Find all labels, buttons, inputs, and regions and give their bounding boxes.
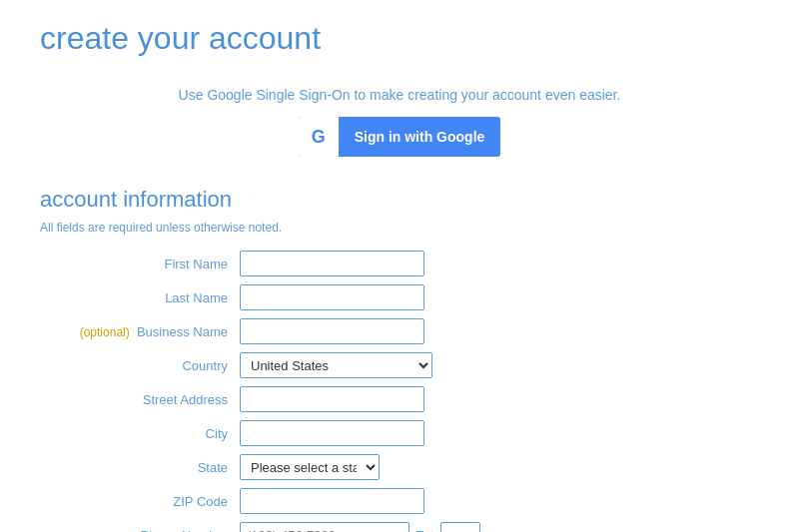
state-select[interactable]: Please select a state Alabama Alaska Cal…	[240, 454, 380, 480]
phone-number-label: Phone Number	[40, 528, 240, 533]
last-name-row: Last Name	[40, 284, 759, 310]
last-name-label: Last Name	[40, 290, 240, 305]
account-info-section: account information All fields are requi…	[40, 187, 759, 532]
required-note: All fields are required unless otherwise…	[40, 221, 759, 235]
google-sso-section: Use Google Single Sign-On to make creati…	[40, 87, 759, 157]
country-label: Country	[40, 358, 240, 373]
zip-code-label: ZIP Code	[40, 494, 240, 509]
last-name-input[interactable]	[240, 284, 424, 310]
street-address-row: Street Address	[40, 386, 759, 412]
zip-code-input[interactable]	[240, 488, 424, 514]
state-label: State	[40, 460, 240, 475]
street-address-input[interactable]	[240, 386, 424, 412]
phone-number-row: Phone Number Ext	[40, 522, 759, 532]
page-title: create your account	[40, 20, 759, 57]
section-title: account information	[40, 187, 759, 213]
country-select[interactable]: United States Canada United Kingdom Aust…	[240, 352, 432, 378]
first-name-input[interactable]	[240, 251, 424, 276]
country-row: Country United States Canada United King…	[40, 352, 759, 378]
optional-tag: (optional)	[80, 325, 130, 339]
first-name-label: First Name	[40, 257, 240, 271]
google-sso-text: Use Google Single Sign-On to make creati…	[40, 87, 759, 103]
phone-number-input[interactable]	[240, 522, 409, 532]
business-name-input[interactable]	[240, 318, 424, 344]
city-label: City	[40, 426, 240, 441]
street-address-label: Street Address	[40, 392, 240, 407]
first-name-row: First Name	[40, 251, 759, 276]
google-sign-in-button[interactable]: G Sign in with Google	[299, 117, 501, 157]
ext-input[interactable]	[440, 522, 480, 532]
business-name-label: (optional) Business Name	[40, 324, 240, 339]
google-button-label: Sign in with Google	[339, 129, 501, 145]
business-name-row: (optional) Business Name	[40, 318, 759, 344]
zip-code-row: ZIP Code	[40, 488, 759, 514]
phone-number-group: Ext	[240, 522, 480, 532]
city-row: City	[40, 420, 759, 446]
city-input[interactable]	[240, 420, 424, 446]
state-row: State Please select a state Alabama Alas…	[40, 454, 759, 480]
ext-label: Ext	[415, 528, 434, 533]
google-icon: G	[299, 117, 339, 157]
